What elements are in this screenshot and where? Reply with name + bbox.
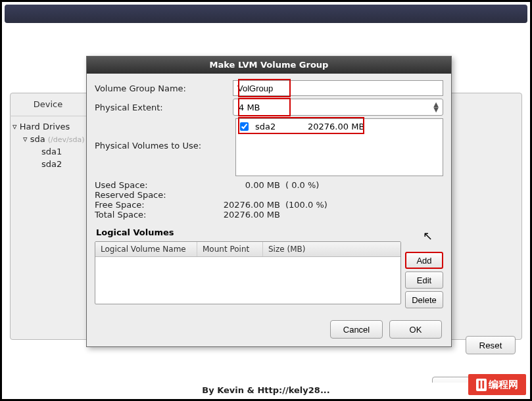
pv-name: sda2 (255, 122, 301, 131)
used-space-value: 0.00 MB (206, 180, 285, 190)
label-vg-name: Volume Group Name: (95, 83, 233, 93)
vg-name-input[interactable] (233, 80, 443, 96)
total-space-value: 20276.00 MB (206, 210, 285, 220)
label-pv-to-use: Physical Volumes to Use: (95, 118, 233, 151)
reserved-space-value (206, 190, 285, 200)
lv-delete-button[interactable]: Delete (405, 291, 443, 308)
device-column-header: Device (10, 93, 86, 116)
reset-button[interactable]: Reset (466, 336, 516, 354)
pv-listbox[interactable]: sda2 20276.00 MB (235, 118, 443, 176)
tree-disk-sda[interactable]: sda (/dev/sda) (12, 133, 84, 145)
pv-checkbox-sda2[interactable] (240, 122, 249, 131)
pv-row-sda2[interactable]: sda2 20276.00 MB (240, 122, 439, 131)
lv-table-header: Logical Volume Name Mount Point Size (MB… (95, 242, 400, 257)
lv-col-size: Size (MB) (263, 242, 400, 256)
outer-window-titlebar (5, 5, 527, 23)
physical-extent-value: 4 MB (239, 103, 260, 112)
pv-size: 20276.00 MB (308, 122, 364, 131)
lv-add-button[interactable]: Add (405, 252, 443, 269)
device-sidebar: Device Hard Drives sda (/dev/sda) sda1 s… (10, 93, 86, 340)
free-space-pct: (100.0 %) (285, 200, 327, 210)
label-total-space: Total Space: (95, 210, 206, 220)
cancel-button[interactable]: Cancel (330, 320, 383, 339)
logical-volumes-title: Logical Volumes (95, 225, 443, 240)
ok-button[interactable]: OK (389, 320, 442, 339)
lv-edit-button[interactable]: Edit (405, 271, 443, 289)
lv-col-name: Logical Volume Name (95, 242, 197, 256)
used-space-pct: ( 0.0 %) (285, 180, 319, 190)
label-reserved-space: Reserved Space: (95, 190, 206, 200)
tree-part-sda2[interactable]: sda2 (12, 158, 84, 170)
select-arrows-icon: ▲▼ (433, 102, 439, 112)
physical-extent-select[interactable]: 4 MB ▲▼ (233, 99, 443, 116)
free-space-value: 20276.00 MB (206, 200, 285, 210)
label-free-space: Free Space: (95, 200, 206, 210)
lv-col-mount: Mount Point (197, 242, 263, 256)
tree-part-sda1[interactable]: sda1 (12, 145, 84, 158)
dialog-title: Make LVM Volume Group (87, 57, 451, 74)
disk-devpath: (/dev/sda) (48, 135, 85, 144)
label-used-space: Used Space: (95, 180, 206, 190)
lv-table[interactable]: Logical Volume Name Mount Point Size (MB… (95, 241, 401, 304)
dialog-make-lvm-group: Make LVM Volume Group Volume Group Name:… (86, 56, 452, 347)
site-logo: ll编程网 (468, 374, 526, 395)
label-physical-extent: Physical Extent: (95, 103, 233, 112)
tree-hard-drives[interactable]: Hard Drives (12, 120, 84, 133)
footer-credit: By Kevin & Http://kely28... (2, 383, 530, 398)
